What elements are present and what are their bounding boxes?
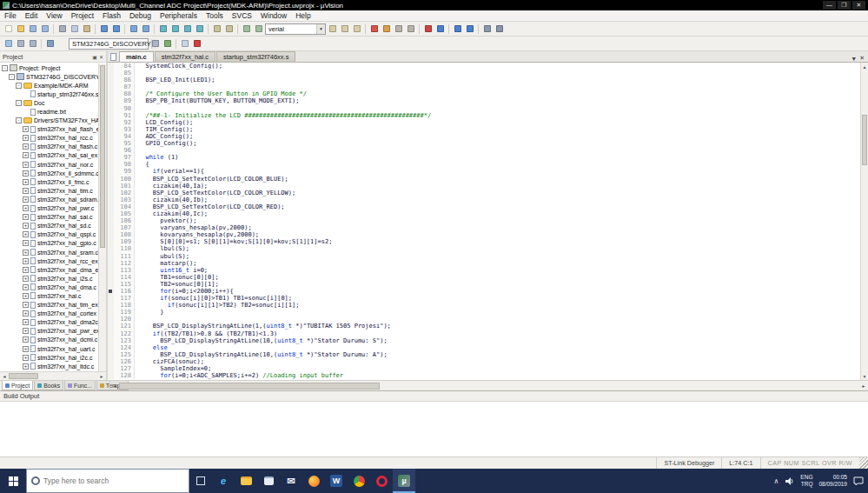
project-tree-hscrollbar[interactable]: ◄ ►	[0, 371, 106, 380]
tree-expander-icon[interactable]: -	[16, 117, 22, 123]
code-line-100[interactable]: 100 BSP_LCD_SetTextColor(LCD_COLOR_BLUE)…	[108, 176, 860, 183]
tree-expander-icon[interactable]: -	[16, 100, 22, 106]
tray-expand-icon[interactable]: ∧	[774, 477, 779, 485]
code-line-120[interactable]: 120	[108, 316, 860, 323]
scroll-right-icon[interactable]: ►	[859, 382, 868, 390]
breakpoint-gutter[interactable]	[108, 83, 114, 90]
tree-item-startup-stm32f746xx-s[interactable]: startup_stm32f746xx.s	[2, 90, 106, 98]
breakpoint-gutter[interactable]	[108, 260, 114, 267]
tree-item-stm32f7xx-hal-sai-ex-[interactable]: +stm32f7xx_hal_sai_ex.	[2, 151, 106, 160]
indent-right-icon[interactable]	[223, 23, 235, 35]
tree-item-stm32f7xx-hal-flash-e[interactable]: +stm32f7xx_hal_flash_e	[2, 125, 106, 134]
menu-file[interactable]: File	[0, 11, 21, 20]
tree-expander-icon[interactable]: +	[23, 258, 29, 264]
tree-expander-icon[interactable]: +	[23, 310, 29, 316]
code-line-102[interactable]: 102 BSP_LCD_SetTextColor(LCD_COLOR_YELLO…	[108, 190, 860, 197]
rebuild-all-icon[interactable]	[27, 38, 38, 50]
breakpoint-gutter[interactable]	[108, 316, 114, 323]
tree-item-stm32f7xx-hal-dma-c[interactable]: +stm32f7xx_hal_dma.c	[2, 283, 106, 291]
code-line-96[interactable]: 96	[108, 147, 860, 154]
breakpoint-gutter[interactable]	[108, 351, 114, 358]
breakpoint-gutter[interactable]	[108, 224, 114, 231]
close-panel-icon[interactable]: ✕	[99, 54, 103, 60]
tree-expander-icon[interactable]: -	[16, 83, 22, 89]
bookmark-next-icon[interactable]	[182, 23, 193, 35]
flag-icon[interactable]	[191, 38, 202, 50]
target-select-combo[interactable]: STM32746G_DISCOVERY ▼	[69, 38, 149, 50]
code-line-128[interactable]: 128 for(i=0;i<ADC_SAMPLES;i+=2) //Loadin…	[108, 372, 860, 379]
tree-item-example-mdk-arm[interactable]: -Example/MDK-ARM	[2, 81, 106, 90]
code-line-94[interactable]: 94 ADC_Config();	[108, 133, 860, 140]
scroll-left-icon[interactable]: ◄	[0, 372, 9, 380]
tree-expander-icon[interactable]: +	[23, 319, 29, 325]
tree-expander-icon[interactable]: +	[23, 302, 29, 308]
code-line-122[interactable]: 122 if((TB2/TB1)>0.8 && (TB2/TB1)<1.3)	[108, 330, 860, 337]
code-line-99[interactable]: 99 if(verial==1){	[108, 168, 860, 175]
tree-item-project-project[interactable]: -Project: Project	[2, 63, 106, 72]
menu-view[interactable]: View	[42, 11, 66, 20]
taskbar-app-chrome[interactable]	[348, 469, 370, 493]
breakpoint-gutter[interactable]	[108, 203, 114, 210]
tree-expander-icon[interactable]: +	[23, 205, 29, 211]
tree-expander-icon[interactable]: +	[23, 355, 29, 361]
tree-expander-icon[interactable]: +	[23, 240, 29, 246]
tree-item-stm32f7xx-hal-gpio-c[interactable]: +stm32f7xx_hal_gpio.c	[2, 239, 106, 248]
scroll-down-icon[interactable]: ▼	[861, 372, 868, 380]
code-line-111[interactable]: 111 ubul(S);	[108, 253, 860, 260]
tree-item-stm32f7xx-hal-rcc-c[interactable]: +stm32f7xx_hal_rcc.c	[2, 134, 106, 143]
translate-file-icon[interactable]	[3, 38, 14, 50]
uncomment-selection-icon[interactable]	[253, 23, 264, 35]
tree-item-stm32f7xx-hal-flash-c[interactable]: +stm32f7xx_hal_flash.c	[2, 143, 106, 151]
code-line-117[interactable]: 117 if(sonuc[i][0]>TB1) TB1=sonuc[i][0];	[108, 295, 860, 302]
find-icon[interactable]	[339, 23, 350, 35]
code-line-109[interactable]: 109 S[0][0]=s1; S[0][1]=kov;S[1][0]=kov;…	[108, 238, 860, 245]
pin-panel-icon[interactable]: ▣	[92, 54, 97, 60]
scrollbar-thumb[interactable]	[100, 65, 105, 248]
cut-icon[interactable]	[56, 23, 68, 35]
tree-expander-icon[interactable]: +	[23, 346, 29, 352]
open-file-icon[interactable]	[15, 23, 26, 35]
code-line-97[interactable]: 97 while (1)	[108, 154, 860, 161]
taskbar-app-file-explorer[interactable]	[235, 469, 257, 493]
code-line-103[interactable]: 103 cizakim(40,Ib);	[108, 197, 860, 203]
menu-project[interactable]: Project	[67, 11, 98, 20]
menu-window[interactable]: Window	[256, 11, 291, 20]
indent-left-icon[interactable]	[211, 23, 222, 35]
scroll-left-icon[interactable]: ◄	[110, 382, 119, 390]
memory-window-icon[interactable]	[452, 23, 463, 35]
code-line-87[interactable]: 87	[108, 83, 860, 90]
tree-expander-icon[interactable]: +	[23, 143, 29, 150]
insert-trace-point-icon[interactable]	[434, 23, 446, 35]
taskbar-app-uvision[interactable]: µ	[393, 469, 415, 493]
code-line-101[interactable]: 101 cizakim(40,Ia);	[108, 183, 860, 190]
scrollbar-thumb[interactable]	[862, 115, 867, 165]
tree-item-stm32f7xx-hal-cortex[interactable]: +stm32f7xx_hal_cortex	[2, 310, 106, 318]
tree-expander-icon[interactable]: +	[23, 276, 29, 282]
navigate-forward-icon[interactable]	[140, 23, 151, 35]
volume-icon[interactable]	[785, 476, 794, 486]
breakpoint-gutter[interactable]	[108, 245, 114, 252]
tree-expander-icon[interactable]: -	[2, 65, 8, 71]
tree-item-stm32f7xx-hal-pwr-c[interactable]: +stm32f7xx_hal_pwr.c	[2, 204, 106, 213]
copy-icon[interactable]	[69, 23, 80, 35]
build-output-content[interactable]	[0, 402, 868, 456]
code-line-95[interactable]: 95 GPIO_Config();	[108, 140, 860, 147]
maximize-button[interactable]: ❐	[838, 1, 851, 10]
code-line-113[interactable]: 113 uint16_t i=0;	[108, 267, 860, 274]
breakpoint-gutter[interactable]	[108, 90, 114, 97]
code-line-92[interactable]: 92 LCD_Config();	[108, 119, 860, 126]
breakpoint-gutter[interactable]	[108, 126, 114, 133]
breakpoint-kill-all-icon[interactable]	[405, 23, 416, 35]
navigate-back-icon[interactable]	[128, 23, 139, 35]
editor-vscrollbar[interactable]: ▲ ▼	[860, 63, 868, 380]
breakpoint-gutter[interactable]	[108, 210, 114, 217]
tree-expander-icon[interactable]: +	[23, 162, 29, 168]
breakpoint-toggle-icon[interactable]	[368, 23, 380, 35]
tree-expander-icon[interactable]: +	[23, 197, 29, 203]
language-indicator[interactable]: ENG TRQ	[800, 474, 812, 488]
breakpoint-gutter[interactable]	[108, 133, 114, 140]
save-icon[interactable]	[27, 23, 38, 35]
save-all-icon[interactable]	[39, 23, 50, 35]
breakpoint-gutter[interactable]	[108, 302, 114, 309]
code-line-114[interactable]: 114 TB1=sonuc[0][0];	[108, 274, 860, 281]
